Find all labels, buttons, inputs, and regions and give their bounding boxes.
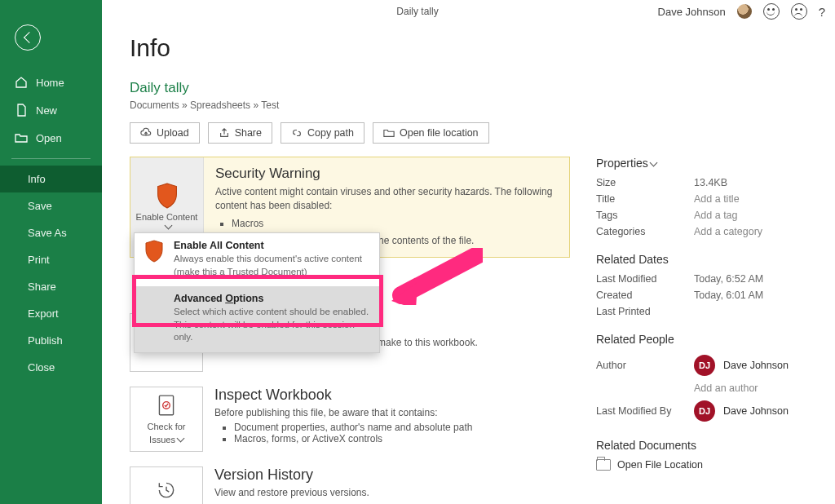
home-icon xyxy=(15,76,28,89)
enable-content-dropdown: Enable All Content Always enable this do… xyxy=(134,232,380,353)
share-button[interactable]: Share xyxy=(208,122,272,144)
protect-body-partial: make to this workbook. xyxy=(378,337,478,348)
sidebar-item-label: Close xyxy=(28,361,55,374)
page-title: Info xyxy=(130,34,811,62)
sidebar-item-label: Publish xyxy=(28,334,63,347)
history-title: Version History xyxy=(214,466,369,484)
button-label: Check for xyxy=(147,422,185,431)
sidebar-item-save-as[interactable]: Save As xyxy=(0,219,102,246)
sidebar-item-label: Open xyxy=(36,132,62,144)
link-label: Open File Location xyxy=(617,459,703,471)
version-history-button[interactable] xyxy=(130,466,203,504)
dropdown-item-desc: Always enable this document's active con… xyxy=(174,254,362,263)
inspect-title: Inspect Workbook xyxy=(214,387,472,404)
security-title: Security Warning xyxy=(215,166,558,182)
related-people-header: Related People xyxy=(596,333,800,346)
button-label: Copy path xyxy=(307,127,354,139)
prop-value: 13.4KB xyxy=(694,177,727,188)
feedback-smile-icon[interactable] xyxy=(763,3,780,20)
avatar-icon: DJ xyxy=(694,355,715,376)
button-label: Upload xyxy=(157,127,189,139)
check-issues-button[interactable]: Check for Issues xyxy=(130,387,203,452)
document-check-icon xyxy=(156,394,177,418)
history-icon xyxy=(156,480,177,501)
prop-label: Size xyxy=(596,177,694,188)
sidebar-item-label: Home xyxy=(36,77,64,89)
person-name: Dave Johnson xyxy=(723,405,789,417)
sidebar-item-open[interactable]: Open xyxy=(0,124,102,152)
inspect-bullet: Document properties, author's name and a… xyxy=(234,422,472,433)
sidebar-item-new[interactable]: New xyxy=(0,96,102,124)
sidebar-item-close[interactable]: Close xyxy=(0,354,102,381)
feedback-frown-icon[interactable] xyxy=(791,3,807,20)
properties-header[interactable]: Properties xyxy=(596,157,800,170)
prop-value: Today, 6:52 AM xyxy=(694,273,763,285)
back-arrow-icon xyxy=(23,32,34,43)
dropdown-item-title: Advanced Options xyxy=(174,293,369,304)
sidebar-item-save[interactable]: Save xyxy=(0,192,102,219)
sidebar-item-publish[interactable]: Publish xyxy=(0,327,102,354)
related-dates-header: Related Dates xyxy=(596,253,800,266)
help-icon[interactable]: ? xyxy=(819,5,825,19)
cloud-upload-icon xyxy=(140,127,152,139)
inspect-body: Before publishing this file, be aware th… xyxy=(214,407,472,418)
security-tail-text: t the contents of the file. xyxy=(370,234,558,248)
related-docs-header: Related Documents xyxy=(596,439,800,452)
back-button[interactable] xyxy=(15,24,41,51)
advanced-options-item[interactable]: Advanced Options Select which active con… xyxy=(135,286,379,352)
shield-icon xyxy=(156,183,179,209)
prop-label: Title xyxy=(596,193,694,205)
folder-icon xyxy=(596,459,611,471)
sidebar-item-print[interactable]: Print xyxy=(0,246,102,273)
person-name: Dave Johnson xyxy=(723,360,789,371)
button-label: Share xyxy=(235,127,262,139)
add-author[interactable]: Add an author xyxy=(694,382,758,394)
properties-panel: Properties Size13.4KB TitleAdd a title T… xyxy=(596,157,800,473)
button-label: Open file location xyxy=(400,127,479,139)
backstage-sidebar: Home New Open Info Save Save As Print Sh… xyxy=(0,0,102,504)
author-person[interactable]: DJ Dave Johnson xyxy=(694,355,789,376)
upload-button[interactable]: Upload xyxy=(130,122,200,144)
open-icon xyxy=(15,131,28,144)
prop-value: Today, 6:01 AM xyxy=(694,290,763,301)
user-name[interactable]: Dave Johnson xyxy=(658,6,726,18)
sidebar-item-label: Export xyxy=(28,307,59,320)
breadcrumb[interactable]: Documents » Spreadsheets » Test xyxy=(130,99,811,111)
dropdown-item-desc: Select which active content should be en… xyxy=(174,307,369,316)
open-location-button[interactable]: Open file location xyxy=(373,122,489,144)
title-bar: Daily tally Dave Johnson ? xyxy=(0,0,835,23)
add-tag[interactable]: Add a tag xyxy=(694,210,738,221)
copy-path-button[interactable]: Copy path xyxy=(281,122,364,144)
new-icon xyxy=(15,104,28,117)
dropdown-item-desc: This content will be enabled for this se… xyxy=(174,320,355,343)
sidebar-item-home[interactable]: Home xyxy=(0,69,102,96)
inspect-bullet: Macros, forms, or ActiveX controls xyxy=(234,433,472,444)
history-body: View and restore previous versions. xyxy=(214,487,369,498)
doc-title: Daily tally xyxy=(396,6,438,17)
prop-label: Created xyxy=(596,290,694,301)
dropdown-item-desc: (make this a Trusted Document) xyxy=(174,267,307,276)
enable-all-content-item[interactable]: Enable All Content Always enable this do… xyxy=(135,233,379,286)
prop-label: Last Modified xyxy=(596,273,694,285)
share-icon xyxy=(219,127,230,139)
link-icon xyxy=(291,127,303,139)
user-avatar-icon[interactable] xyxy=(737,4,752,19)
sidebar-item-share[interactable]: Share xyxy=(0,273,102,300)
prop-label: Tags xyxy=(596,210,694,221)
avatar-icon: DJ xyxy=(694,400,715,422)
action-row: Upload Share Copy path Open file locatio… xyxy=(130,122,811,144)
folder-icon xyxy=(383,127,395,139)
modifiedby-person[interactable]: DJ Dave Johnson xyxy=(694,400,789,422)
prop-label: Last Modified By xyxy=(596,405,694,417)
button-label: Enable Content xyxy=(136,212,198,222)
prop-label: Last Printed xyxy=(596,306,694,317)
sidebar-item-info[interactable]: Info xyxy=(0,166,102,192)
open-file-location-link[interactable]: Open File Location xyxy=(596,457,800,473)
sidebar-item-label: Share xyxy=(28,281,56,293)
add-title[interactable]: Add a title xyxy=(694,193,740,205)
add-category[interactable]: Add a category xyxy=(694,226,762,237)
sidebar-item-label: New xyxy=(36,104,57,117)
sidebar-item-label: Info xyxy=(28,173,46,185)
security-disabled-item: Macros xyxy=(232,217,558,231)
sidebar-item-export[interactable]: Export xyxy=(0,300,102,327)
